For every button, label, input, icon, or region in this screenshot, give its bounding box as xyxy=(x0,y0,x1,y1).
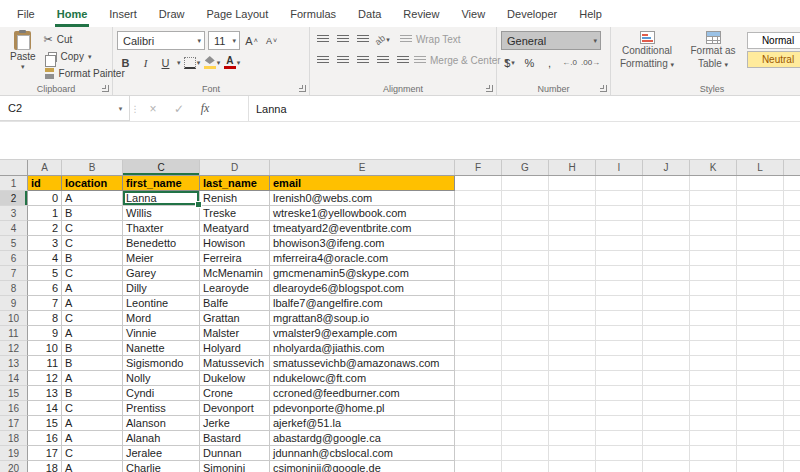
cell-A8[interactable]: 6 xyxy=(28,281,62,296)
row-header-17[interactable]: 17 xyxy=(0,416,28,431)
cell-H19[interactable] xyxy=(549,446,596,461)
cell-M3[interactable] xyxy=(784,206,800,221)
cell-D4[interactable]: Meatyard xyxy=(200,221,270,236)
cell-A14[interactable]: 12 xyxy=(28,371,62,386)
cell-A10[interactable]: 8 xyxy=(28,311,62,326)
cell-M18[interactable] xyxy=(784,431,800,446)
column-header-m[interactable]: M xyxy=(784,160,800,175)
alignment-dialog-launcher-icon[interactable] xyxy=(486,85,493,92)
fill-color-button[interactable]: ▾ xyxy=(204,54,221,71)
ribbon-tab-draw[interactable]: Draw xyxy=(148,0,196,27)
cell-H2[interactable] xyxy=(549,191,596,206)
cell-B2[interactable]: A xyxy=(62,191,123,206)
cell-I12[interactable] xyxy=(596,341,643,356)
cell-F7[interactable] xyxy=(455,266,502,281)
cell-K3[interactable] xyxy=(690,206,737,221)
cell-M10[interactable] xyxy=(784,311,800,326)
ribbon-tab-view[interactable]: View xyxy=(450,0,496,27)
cell-J17[interactable] xyxy=(643,416,690,431)
cell-D3[interactable]: Treske xyxy=(200,206,270,221)
cell-K2[interactable] xyxy=(690,191,737,206)
row-header-7[interactable]: 7 xyxy=(0,266,28,281)
conditional-formatting-button[interactable]: Conditional Formatting ▾ xyxy=(615,30,679,81)
cell-E12[interactable]: nholyarda@jiathis.com xyxy=(270,341,455,356)
cell-K13[interactable] xyxy=(690,356,737,371)
cell-J6[interactable] xyxy=(643,251,690,266)
cell-G13[interactable] xyxy=(502,356,549,371)
font-size-select[interactable]: 11 ▾ xyxy=(208,31,240,50)
cell-J10[interactable] xyxy=(643,311,690,326)
row-header-2[interactable]: 2 xyxy=(0,191,28,206)
cell-K9[interactable] xyxy=(690,296,737,311)
cell-C20[interactable]: Charlie xyxy=(123,461,200,472)
cell-K4[interactable] xyxy=(690,221,737,236)
cell-B10[interactable]: C xyxy=(62,311,123,326)
column-header-j[interactable]: J xyxy=(643,160,690,175)
cell-A3[interactable]: 1 xyxy=(28,206,62,221)
copy-dropdown-icon[interactable]: ▾ xyxy=(88,53,92,60)
cell-F6[interactable] xyxy=(455,251,502,266)
cell-D1[interactable]: last_name xyxy=(200,176,270,191)
cell-G3[interactable] xyxy=(502,206,549,221)
select-all-corner[interactable] xyxy=(0,160,28,175)
row-header-3[interactable]: 3 xyxy=(0,206,28,221)
cell-J20[interactable] xyxy=(643,461,690,472)
cell-B19[interactable]: C xyxy=(62,446,123,461)
cell-F2[interactable] xyxy=(455,191,502,206)
cell-B8[interactable]: A xyxy=(62,281,123,296)
cell-C16[interactable]: Prentiss xyxy=(123,401,200,416)
cell-J3[interactable] xyxy=(643,206,690,221)
column-header-h[interactable]: H xyxy=(549,160,596,175)
ribbon-tab-formulas[interactable]: Formulas xyxy=(279,0,347,27)
cell-M15[interactable] xyxy=(784,386,800,401)
underline-dropdown-icon[interactable]: ▾ xyxy=(177,59,181,66)
row-header-6[interactable]: 6 xyxy=(0,251,28,266)
cell-F5[interactable] xyxy=(455,236,502,251)
row-header-19[interactable]: 19 xyxy=(0,446,28,461)
cell-H6[interactable] xyxy=(549,251,596,266)
cell-D14[interactable]: Dukelow xyxy=(200,371,270,386)
cell-A20[interactable]: 18 xyxy=(28,461,62,472)
cell-L8[interactable] xyxy=(737,281,784,296)
column-header-g[interactable]: G xyxy=(502,160,549,175)
cell-K16[interactable] xyxy=(690,401,737,416)
column-header-k[interactable]: K xyxy=(690,160,737,175)
font-name-select[interactable]: Calibri ▾ xyxy=(117,31,205,50)
cell-L12[interactable] xyxy=(737,341,784,356)
cell-J12[interactable] xyxy=(643,341,690,356)
cell-A13[interactable]: 11 xyxy=(28,356,62,371)
cell-I15[interactable] xyxy=(596,386,643,401)
cell-K1[interactable] xyxy=(690,176,737,191)
cell-K14[interactable] xyxy=(690,371,737,386)
cell-I16[interactable] xyxy=(596,401,643,416)
paste-button[interactable]: Paste ▾ xyxy=(4,30,42,81)
font-color-button[interactable]: A▾ xyxy=(224,54,241,71)
cell-B14[interactable]: A xyxy=(62,371,123,386)
cell-C3[interactable]: Willis xyxy=(123,206,200,221)
cell-M7[interactable] xyxy=(784,266,800,281)
cell-F18[interactable] xyxy=(455,431,502,446)
cell-M11[interactable] xyxy=(784,326,800,341)
cell-I4[interactable] xyxy=(596,221,643,236)
cell-F14[interactable] xyxy=(455,371,502,386)
cell-D15[interactable]: Crone xyxy=(200,386,270,401)
cell-E15[interactable]: ccroned@feedburner.com xyxy=(270,386,455,401)
cell-H15[interactable] xyxy=(549,386,596,401)
cell-C9[interactable]: Leontine xyxy=(123,296,200,311)
cell-F13[interactable] xyxy=(455,356,502,371)
column-header-i[interactable]: I xyxy=(596,160,643,175)
cell-D9[interactable]: Balfe xyxy=(200,296,270,311)
ribbon-tab-home[interactable]: Home xyxy=(46,0,99,27)
cell-L4[interactable] xyxy=(737,221,784,236)
cell-A7[interactable]: 5 xyxy=(28,266,62,281)
cell-M17[interactable] xyxy=(784,416,800,431)
cell-F20[interactable] xyxy=(455,461,502,472)
cancel-icon[interactable]: × xyxy=(140,102,166,116)
row-header-11[interactable]: 11 xyxy=(0,326,28,341)
accounting-format-button[interactable]: $▾ xyxy=(501,54,518,71)
cell-H3[interactable] xyxy=(549,206,596,221)
number-format-select[interactable]: General ▾ xyxy=(501,31,601,50)
cell-F8[interactable] xyxy=(455,281,502,296)
cell-E14[interactable]: ndukelowc@ft.com xyxy=(270,371,455,386)
column-header-c[interactable]: C xyxy=(123,160,200,175)
